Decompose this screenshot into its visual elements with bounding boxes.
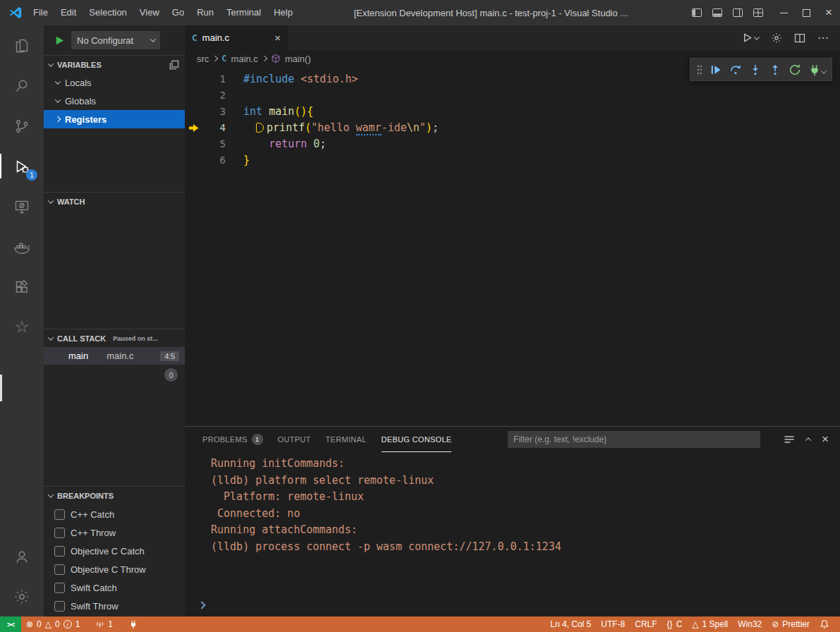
continue-button[interactable] bbox=[706, 60, 726, 80]
customize-layout-icon[interactable] bbox=[753, 7, 764, 18]
remote-indicator[interactable]: >< bbox=[0, 616, 21, 632]
activity-explorer[interactable] bbox=[0, 25, 44, 66]
more-actions-icon[interactable]: ⋯ bbox=[817, 31, 829, 44]
callstack-frame-main[interactable]: mainmain.c4:5 bbox=[44, 347, 185, 365]
toggle-panel-icon[interactable] bbox=[712, 7, 723, 18]
symbol-method-icon bbox=[271, 54, 281, 63]
run-or-debug-button[interactable] bbox=[742, 32, 759, 43]
console-menu-icon[interactable] bbox=[784, 434, 795, 445]
panel-tab-problems[interactable]: PROBLEMS1 bbox=[202, 427, 263, 452]
split-editor-icon[interactable] bbox=[794, 32, 805, 44]
spell-checker-status[interactable]: △ 1 Spell bbox=[687, 616, 733, 632]
code-line-5[interactable]: 5 return 0; bbox=[185, 136, 840, 152]
menu-edit[interactable]: Edit bbox=[54, 0, 83, 25]
debug-console-output[interactable]: Running initCommands:(lldb) platform sel… bbox=[185, 452, 840, 616]
callstack-section-header[interactable]: CALL STACK Paused on st... bbox=[44, 329, 185, 347]
breakpoint-margin[interactable] bbox=[185, 71, 203, 87]
close-panel-icon[interactable]: × bbox=[822, 432, 829, 446]
problems-status[interactable]: ⊗ 0 △ 0 i 1 bbox=[21, 616, 85, 632]
menu-terminal[interactable]: Terminal bbox=[220, 0, 267, 25]
platform-indicator[interactable]: Win32 bbox=[733, 616, 767, 632]
breakpoint-margin[interactable] bbox=[185, 104, 203, 120]
debug-config-dropdown[interactable]: No Configurat bbox=[71, 31, 160, 49]
menu-go[interactable]: Go bbox=[166, 0, 190, 25]
cursor-position[interactable]: Ln 4, Col 5 bbox=[545, 616, 596, 632]
maximize-button[interactable] bbox=[795, 0, 817, 25]
activity-remote-explorer[interactable] bbox=[0, 186, 44, 226]
notifications-bell[interactable] bbox=[815, 616, 834, 632]
menu-selection[interactable]: Selection bbox=[83, 0, 133, 25]
breakpoint-swift-throw[interactable]: Swift Throw bbox=[44, 597, 185, 615]
console-prompt-icon[interactable] bbox=[197, 601, 205, 609]
formatter-status[interactable]: ⊘ Prettier bbox=[767, 616, 815, 632]
panel-tab-debug-console[interactable]: DEBUG CONSOLE bbox=[382, 427, 452, 452]
code-line-3[interactable]: 3int main(){ bbox=[185, 104, 840, 120]
start-debugging-icon[interactable] bbox=[54, 35, 65, 46]
activity-docker[interactable] bbox=[0, 226, 44, 267]
breakpoint-margin[interactable] bbox=[185, 87, 203, 104]
activity-star[interactable]: ☆ bbox=[0, 307, 44, 347]
braces-icon: {} bbox=[667, 619, 673, 629]
checkbox-icon[interactable] bbox=[54, 546, 65, 557]
maximize-panel-icon[interactable] bbox=[805, 437, 811, 443]
console-filter-input[interactable] bbox=[508, 431, 760, 448]
variables-item-locals[interactable]: Locals bbox=[44, 73, 185, 92]
breakpoint-objective-c-throw[interactable]: Objective C Throw bbox=[44, 560, 185, 578]
activity-source-control[interactable] bbox=[0, 106, 44, 146]
toggle-secondary-sidebar-icon[interactable] bbox=[732, 7, 743, 18]
restart-button[interactable] bbox=[785, 60, 805, 80]
activity-extensions[interactable] bbox=[0, 267, 44, 307]
menu-run[interactable]: Run bbox=[190, 0, 220, 25]
callstack-badge: 0 bbox=[164, 368, 178, 382]
code-editor[interactable]: 1#include <stdio.h>23int main(){4 printf… bbox=[185, 67, 840, 426]
breakpoint-c-throw[interactable]: C++ Throw bbox=[44, 523, 185, 542]
step-out-button[interactable] bbox=[765, 60, 785, 80]
variables-item-registers[interactable]: Registers bbox=[44, 110, 185, 128]
activity-search[interactable] bbox=[0, 66, 44, 106]
step-into-button[interactable] bbox=[745, 60, 765, 80]
debug-plug-icon[interactable] bbox=[123, 616, 143, 632]
panel-tab-output[interactable]: OUTPUT bbox=[278, 427, 311, 452]
activity-run-and-debug[interactable]: 1 bbox=[0, 146, 44, 186]
drag-grip-icon[interactable] bbox=[693, 60, 706, 80]
checkbox-icon[interactable] bbox=[54, 528, 65, 538]
encoding-indicator[interactable]: UTF-8 bbox=[596, 616, 630, 632]
vscode-window: FileEditSelectionViewGoRunTerminalHelp [… bbox=[0, 0, 840, 632]
code-line-2[interactable]: 2 bbox=[185, 87, 840, 104]
checkbox-icon[interactable] bbox=[54, 583, 65, 593]
checkbox-icon[interactable] bbox=[54, 601, 65, 612]
open-panel-icon[interactable] bbox=[169, 60, 179, 70]
panel-tab-terminal[interactable]: TERMINAL bbox=[326, 427, 367, 452]
code-line-4[interactable]: 4 printf("hello wamr-ide\n"); bbox=[185, 120, 840, 136]
breakpoint-swift-catch[interactable]: Swift Catch bbox=[44, 578, 185, 597]
code-line-6[interactable]: 6} bbox=[185, 152, 840, 169]
toggle-sidebar-icon[interactable] bbox=[691, 7, 702, 18]
close-icon[interactable]: × bbox=[274, 32, 281, 44]
watch-section-header[interactable]: WATCH bbox=[44, 192, 185, 210]
breakpoint-objective-c-catch[interactable]: Objective C Catch bbox=[44, 542, 185, 560]
ports-status[interactable]: 1 bbox=[90, 616, 118, 632]
breakpoint-margin[interactable] bbox=[185, 152, 203, 169]
close-button[interactable]: × bbox=[817, 0, 840, 25]
breakpoint-c-catch[interactable]: C++ Catch bbox=[44, 505, 185, 523]
breakpoints-section-header[interactable]: BREAKPOINTS bbox=[44, 486, 185, 504]
checkbox-icon[interactable] bbox=[54, 509, 65, 520]
menu-file[interactable]: File bbox=[27, 0, 54, 25]
menu-view[interactable]: View bbox=[133, 0, 166, 25]
eol-indicator[interactable]: CRLF bbox=[630, 616, 662, 632]
variables-item-globals[interactable]: Globals bbox=[44, 92, 185, 110]
checkbox-icon[interactable] bbox=[54, 564, 65, 575]
activity-bar: 1 ☆ bbox=[0, 25, 44, 616]
variables-section-header[interactable]: VARIABLES bbox=[44, 55, 185, 73]
menu-help[interactable]: Help bbox=[267, 0, 299, 25]
activity-settings[interactable] bbox=[0, 576, 44, 616]
minimize-button[interactable] bbox=[772, 0, 795, 25]
window-title: [Extension Development Host] main.c - te… bbox=[299, 8, 683, 18]
language-indicator[interactable]: {} C bbox=[662, 616, 688, 632]
step-over-button[interactable] bbox=[726, 60, 745, 80]
breakpoint-margin[interactable] bbox=[185, 136, 203, 152]
gear-icon[interactable] bbox=[771, 32, 782, 44]
tab-main-c[interactable]: C main.c × bbox=[185, 25, 288, 50]
activity-account[interactable] bbox=[0, 536, 44, 576]
breakpoint-margin[interactable] bbox=[185, 120, 203, 136]
